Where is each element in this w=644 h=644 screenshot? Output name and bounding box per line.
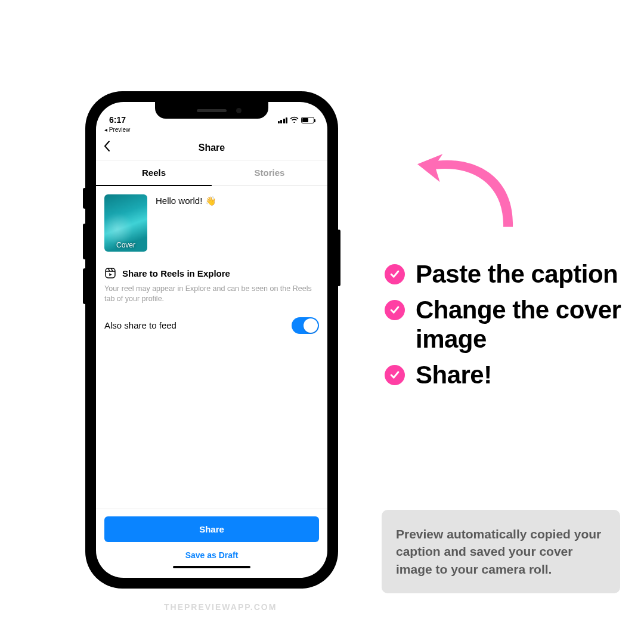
info-text: Preview automatically copied your captio… [396,525,606,578]
checklist-text: Paste the caption [416,259,618,289]
wifi-icon [290,116,299,125]
check-icon [385,300,405,320]
tab-stories[interactable]: Stories [212,160,327,185]
page-title: Share [96,143,327,153]
arrow-icon [405,137,525,233]
compose-area: Cover Hello world! 👋 [96,186,327,256]
explore-title: Share to Reels in Explore [122,268,230,278]
phone-side-button [83,268,86,304]
share-button[interactable]: Share [104,516,319,542]
signal-icon [278,117,288,123]
tabs: Reels Stories [96,160,327,186]
caption-input[interactable]: Hello world! 👋 [156,194,216,252]
back-chevron-icon[interactable] [103,140,110,156]
phone-screen: 6:17 ◂ Preview Share Reels Stories Cover [96,102,327,578]
explore-description: Your reel may appear in Explore and can … [104,284,319,304]
explore-section: Share to Reels in Explore Your reel may … [96,256,327,304]
feed-toggle-row: Also share to feed [96,304,327,334]
check-icon [385,264,405,284]
phone-side-button [337,230,340,286]
battery-icon [301,117,314,123]
home-indicator[interactable] [173,566,250,569]
checklist-text: Share! [416,360,492,390]
phone-notch [155,102,268,119]
info-box: Preview automatically copied your captio… [382,510,620,593]
feed-toggle-label: Also share to feed [104,320,177,330]
cover-label: Cover [104,241,147,249]
cover-thumbnail[interactable]: Cover [104,194,147,252]
watermark: THEPREVIEWAPP.COM [164,602,277,612]
back-to-app[interactable]: ◂ Preview [96,126,327,135]
checklist-item: Share! [385,360,623,390]
phone-side-button [83,224,86,259]
phone-frame: 6:17 ◂ Preview Share Reels Stories Cover [86,92,337,587]
svg-rect-0 [106,268,115,278]
save-draft-button[interactable]: Save as Draft [104,542,319,564]
status-time: 6:17 [109,115,126,125]
check-icon [385,365,405,385]
nav-header: Share [96,135,327,160]
tab-reels[interactable]: Reels [96,160,212,186]
checklist-text: Change the cover image [416,295,623,354]
checklist-item: Paste the caption [385,259,623,289]
bottom-actions: Share Save as Draft [96,509,327,578]
feed-toggle-switch[interactable] [292,317,319,334]
reels-icon [104,267,116,279]
phone-side-button [83,188,86,209]
checklist-item: Change the cover image [385,295,623,354]
checklist: Paste the caption Change the cover image… [385,259,623,395]
